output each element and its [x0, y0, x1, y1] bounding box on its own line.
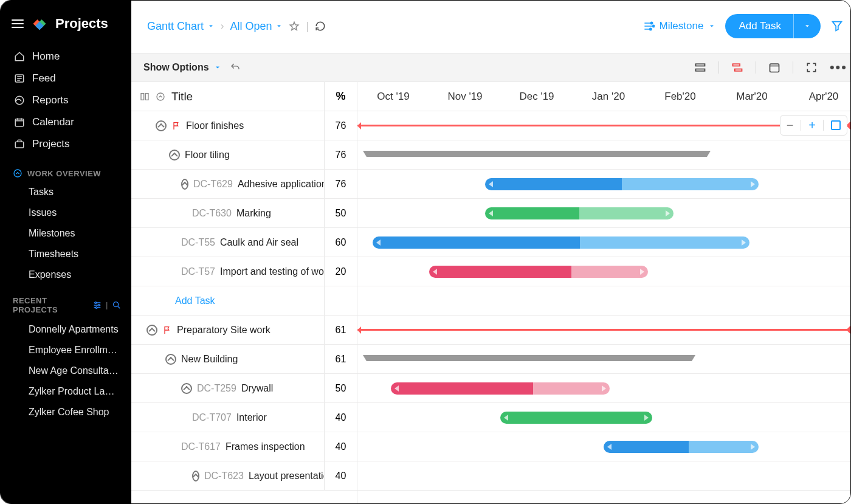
refresh-icon[interactable]	[315, 21, 326, 32]
collapse-icon[interactable]	[169, 150, 180, 161]
gantt-row	[357, 140, 851, 170]
sidebar-item-reports[interactable]: Reports	[1, 89, 131, 111]
sidebar-item-calendar[interactable]: Calendar	[1, 111, 131, 133]
task-row[interactable]: New Building61	[131, 345, 357, 374]
task-row[interactable]: DC-T630 Marking50	[131, 199, 357, 228]
view-mode-2-icon[interactable]	[731, 61, 743, 74]
milestone-bar[interactable]	[357, 329, 850, 331]
zoom-out-button[interactable]: −	[787, 119, 794, 133]
task-bar[interactable]	[485, 178, 759, 190]
task-row[interactable]: Add Task	[131, 286, 357, 316]
sidebar-item-issues[interactable]: Issues	[1, 202, 131, 223]
summary-bar[interactable]	[367, 151, 707, 157]
task-row[interactable]: DC-T629 Adhesive application76	[131, 170, 357, 199]
task-row[interactable]: DC-T55 Caulk and Air seal60	[131, 228, 357, 257]
svg-rect-12	[695, 64, 705, 66]
task-title: Frames inspection	[226, 441, 305, 452]
recent-project-item[interactable]: Zylker Cofee Shop	[1, 402, 131, 423]
task-row[interactable]: DC-T617 Frames inspection40	[131, 432, 357, 461]
sidebar-item-timesheets[interactable]: Timesheets	[1, 244, 131, 264]
fit-to-screen-icon[interactable]	[831, 120, 841, 130]
svg-point-7	[95, 307, 97, 309]
task-code: DC-T57	[181, 266, 215, 277]
recent-project-item[interactable]: New Age Consultancy	[1, 361, 131, 381]
menu-icon[interactable]	[12, 19, 24, 28]
filter-selector[interactable]: All Open	[230, 20, 283, 33]
task-title: Import and testing of woo..	[220, 266, 324, 277]
view-mode-1-icon[interactable]	[694, 61, 706, 74]
task-bar[interactable]	[485, 207, 674, 219]
work-overview-header[interactable]: WORK OVERVIEW	[1, 155, 131, 182]
add-task-button[interactable]: Add Task	[725, 14, 821, 38]
task-percent: 20	[324, 257, 357, 286]
search-icon[interactable]	[112, 300, 122, 310]
breadcrumb-separator: ›	[221, 21, 224, 32]
collapse-icon[interactable]	[181, 383, 192, 394]
recent-project-item[interactable]: Donnelly Apartments	[1, 319, 131, 340]
milestone-bar[interactable]	[357, 125, 850, 126]
task-bar[interactable]	[500, 412, 652, 424]
task-row[interactable]: DC-T623 Layout presentation40	[131, 461, 357, 491]
star-icon[interactable]	[289, 21, 300, 32]
fullscreen-icon[interactable]	[805, 61, 818, 74]
task-bar[interactable]	[373, 236, 749, 249]
collapse-icon[interactable]	[156, 120, 167, 131]
milestone-icon	[643, 20, 655, 32]
task-row[interactable]: DC-T57 Import and testing of woo..20	[131, 257, 357, 286]
milestone-dropdown[interactable]: Milestone	[643, 20, 716, 32]
collapse-icon[interactable]	[192, 471, 199, 482]
settings-icon[interactable]	[92, 300, 102, 310]
svg-rect-17	[141, 93, 144, 100]
columns-icon[interactable]	[140, 92, 150, 102]
add-task-dropdown[interactable]	[793, 14, 821, 38]
sidebar-item-feed[interactable]: Feed	[1, 67, 131, 89]
month-label: Feb'20	[644, 91, 716, 103]
projects-icon	[14, 139, 25, 150]
collapse-icon[interactable]	[146, 325, 157, 336]
home-icon	[14, 51, 25, 62]
flag-icon	[171, 121, 181, 131]
task-title: New Building	[181, 354, 238, 365]
task-title: Adhesive application	[238, 179, 324, 190]
sidebar-item-expenses[interactable]: Expenses	[1, 264, 131, 285]
gantt-row	[357, 286, 851, 316]
svg-point-9	[650, 22, 652, 24]
today-icon[interactable]	[768, 61, 780, 74]
task-title: Caulk and Air seal	[220, 237, 298, 248]
zoom-in-button[interactable]: +	[808, 119, 816, 133]
sidebar-item-home[interactable]: Home	[1, 46, 131, 67]
task-row[interactable]: Floor tiling76	[131, 140, 357, 170]
task-list-panel: Title % Floor finishes76Floor tiling76DC…	[131, 82, 357, 503]
task-row[interactable]: DC-T707 Interior40	[131, 403, 357, 432]
task-title: Floor finishes	[186, 120, 244, 131]
task-bar[interactable]	[604, 441, 759, 453]
filter-icon[interactable]	[830, 19, 844, 33]
task-row[interactable]: Preparatory Site work61	[131, 316, 357, 345]
show-options-toggle[interactable]: Show Options	[143, 62, 221, 73]
task-row[interactable]: DC-T259 Drywall50	[131, 374, 357, 403]
recent-project-item[interactable]: Zylker Product Launch	[1, 381, 131, 402]
undo-icon[interactable]	[230, 62, 241, 73]
collapse-icon[interactable]	[181, 179, 188, 190]
view-selector[interactable]: Gantt Chart	[147, 20, 215, 33]
task-bar[interactable]	[391, 382, 610, 395]
task-percent: 61	[324, 316, 357, 344]
summary-bar[interactable]	[367, 355, 692, 361]
task-code: DC-T630	[192, 208, 232, 219]
task-percent: 76	[324, 170, 357, 198]
sidebar-item-tasks[interactable]: Tasks	[1, 182, 131, 202]
gantt-row	[357, 403, 851, 432]
svg-point-19	[157, 93, 164, 100]
task-row[interactable]: Floor finishes76	[131, 111, 357, 140]
collapse-icon[interactable]	[165, 354, 176, 365]
chevron-down-icon	[214, 64, 221, 71]
collapse-all-icon[interactable]	[156, 92, 165, 102]
projects-logo-icon	[31, 15, 48, 32]
task-list-header: Title %	[131, 82, 357, 111]
sidebar-item-milestones[interactable]: Milestones	[1, 223, 131, 244]
recent-project-item[interactable]: Employee Enrollment	[1, 340, 131, 361]
more-icon[interactable]: •••	[830, 60, 847, 75]
task-bar[interactable]	[429, 266, 648, 278]
calendar-icon	[14, 117, 25, 128]
sidebar-item-projects[interactable]: Projects	[1, 133, 131, 155]
